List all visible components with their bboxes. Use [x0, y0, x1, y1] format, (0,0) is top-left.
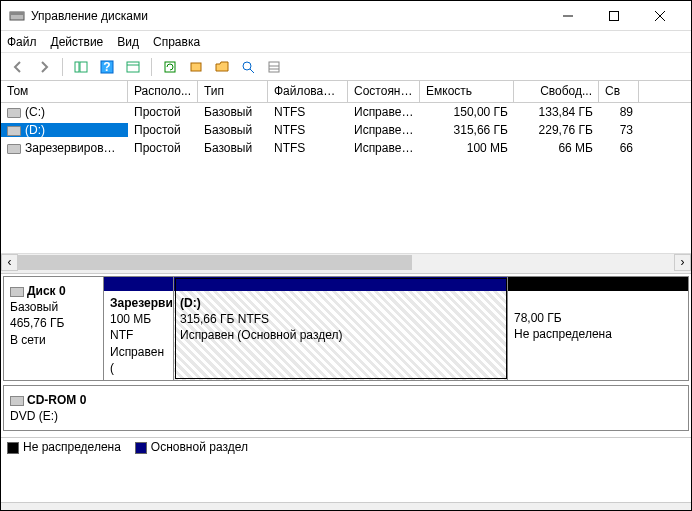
table-row[interactable]: Зарезервировано... Простой Базовый NTFS … [1, 139, 691, 157]
help-icon[interactable]: ? [96, 56, 118, 78]
svg-text:?: ? [103, 60, 110, 74]
forward-button[interactable] [33, 56, 55, 78]
col-pct[interactable]: Св [599, 81, 639, 102]
svg-rect-13 [191, 63, 201, 71]
menu-bar: Файл Действие Вид Справка [1, 31, 691, 53]
minimize-button[interactable] [545, 2, 591, 30]
svg-rect-3 [610, 11, 619, 20]
svg-rect-10 [127, 62, 139, 72]
show-hide-console-icon[interactable] [70, 56, 92, 78]
partition-reserved[interactable]: Зарезерви 100 МБ NTF Исправен ( [104, 277, 174, 380]
disk-icon [10, 287, 24, 297]
svg-rect-1 [10, 12, 24, 15]
window-title: Управление дисками [31, 9, 545, 23]
scroll-right-icon[interactable]: › [674, 254, 691, 271]
legend-unallocated: Не распределена [7, 440, 121, 454]
refresh-icon[interactable] [159, 56, 181, 78]
zoom-icon[interactable] [237, 56, 259, 78]
col-layout[interactable]: Располо... [128, 81, 198, 102]
close-button[interactable] [637, 2, 683, 30]
menu-help[interactable]: Справка [153, 35, 200, 49]
svg-rect-6 [75, 62, 79, 72]
svg-rect-7 [80, 62, 87, 72]
col-status[interactable]: Состояние [348, 81, 420, 102]
cdrom-info[interactable]: CD-ROM 0 DVD (E:) [4, 386, 688, 430]
table-row[interactable]: (C:) Простой Базовый NTFS Исправен... 15… [1, 103, 691, 121]
disk-row: CD-ROM 0 DVD (E:) [3, 385, 689, 431]
legend-primary: Основной раздел [135, 440, 248, 454]
folder-icon[interactable] [211, 56, 233, 78]
volume-list: (C:) Простой Базовый NTFS Исправен... 15… [1, 103, 691, 253]
scroll-left-icon[interactable]: ‹ [1, 254, 18, 271]
volume-icon [7, 144, 21, 154]
table-row[interactable]: (D:) Простой Базовый NTFS Исправен... 31… [1, 121, 691, 139]
partition-d[interactable]: (D:) 315,66 ГБ NTFS Исправен (Основной р… [174, 277, 508, 380]
menu-action[interactable]: Действие [51, 35, 104, 49]
cdrom-icon [10, 396, 24, 406]
settings-icon[interactable] [185, 56, 207, 78]
menu-file[interactable]: Файл [7, 35, 37, 49]
col-fs[interactable]: Файловая с... [268, 81, 348, 102]
disk-graphical-view: Диск 0 Базовый 465,76 ГБ В сети Зарезерв… [1, 274, 691, 437]
app-icon [9, 8, 25, 24]
disk-info[interactable]: Диск 0 Базовый 465,76 ГБ В сети [4, 277, 104, 380]
col-free[interactable]: Свобод... [514, 81, 599, 102]
col-volume[interactable]: Том [1, 81, 128, 102]
volume-icon [7, 126, 21, 136]
status-bar [1, 502, 691, 510]
volume-icon [7, 108, 21, 118]
list-icon[interactable] [263, 56, 285, 78]
volume-list-header: Том Располо... Тип Файловая с... Состоян… [1, 81, 691, 103]
svg-rect-16 [269, 62, 279, 72]
properties-icon[interactable] [122, 56, 144, 78]
svg-line-15 [250, 69, 254, 73]
toolbar: ? [1, 53, 691, 81]
col-capacity[interactable]: Емкость [420, 81, 514, 102]
svg-point-14 [243, 62, 251, 70]
partition-unallocated[interactable]: 78,00 ГБ Не распределена [508, 277, 688, 380]
back-button[interactable] [7, 56, 29, 78]
menu-view[interactable]: Вид [117, 35, 139, 49]
maximize-button[interactable] [591, 2, 637, 30]
horizontal-scrollbar[interactable]: ‹ › [1, 253, 691, 270]
disk-row: Диск 0 Базовый 465,76 ГБ В сети Зарезерв… [3, 276, 689, 381]
col-type[interactable]: Тип [198, 81, 268, 102]
legend: Не распределена Основной раздел [1, 437, 691, 455]
